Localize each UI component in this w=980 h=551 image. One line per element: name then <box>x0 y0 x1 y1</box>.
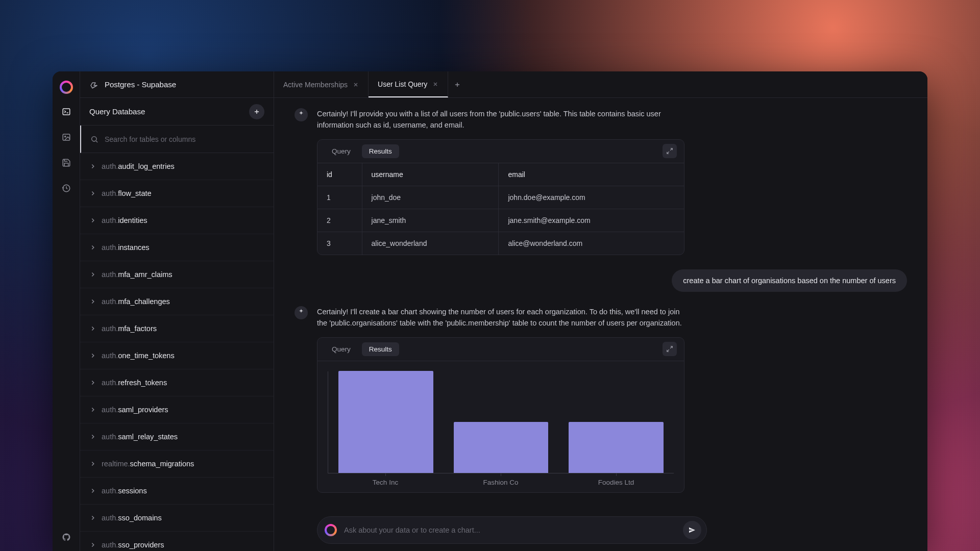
table-cell: 2 <box>317 209 362 232</box>
schema-prefix: auth. <box>102 541 118 549</box>
schema-prefix: auth. <box>102 487 118 495</box>
tree-item[interactable]: realtime.schema_migrations <box>80 450 274 478</box>
card-tab-query[interactable]: Query <box>325 342 358 356</box>
chat-area: Certainly! I'll provide you with a list … <box>274 98 927 551</box>
tree-item[interactable]: auth.mfa_factors <box>80 315 274 342</box>
app-window: Postgres - Supabase Query Database auth.… <box>53 71 927 551</box>
new-query-button[interactable] <box>249 104 264 119</box>
table-name: audit_log_entries <box>118 162 174 170</box>
chart-bar <box>569 422 664 473</box>
editor-tab[interactable]: Active Memberships <box>274 71 369 97</box>
table-name: instances <box>118 243 149 252</box>
tree-item[interactable]: auth.identities <box>80 207 274 234</box>
send-button[interactable] <box>683 521 701 539</box>
prompt-logo-icon <box>325 524 337 536</box>
table-name: mfa_challenges <box>118 297 170 306</box>
section-header: Query Database <box>80 98 274 126</box>
table-header: username <box>362 163 499 186</box>
main-panel: Active MembershipsUser List Query Certai… <box>274 71 927 551</box>
chevron-right-icon <box>89 406 96 413</box>
tree-item[interactable]: auth.mfa_challenges <box>80 288 274 315</box>
table-cell: john_doe <box>362 186 499 209</box>
table-tree: auth.audit_log_entriesauth.flow_stateaut… <box>80 153 274 551</box>
schema-prefix: auth. <box>102 216 118 224</box>
card-tab-query[interactable]: Query <box>325 144 358 158</box>
tree-item[interactable]: auth.saml_relay_states <box>80 423 274 450</box>
expand-button[interactable] <box>663 144 677 158</box>
tree-item[interactable]: auth.flow_state <box>80 180 274 207</box>
image-icon[interactable] <box>59 130 74 145</box>
user-message: create a bar chart of organisations base… <box>672 269 907 292</box>
table-cell: alice_wonderland <box>362 232 499 255</box>
expand-button[interactable] <box>663 342 677 356</box>
tree-item[interactable]: auth.one_time_tokens <box>80 342 274 369</box>
tree-item[interactable]: auth.sso_domains <box>80 505 274 532</box>
table-name: sessions <box>118 487 146 495</box>
table-name: sso_providers <box>118 541 164 549</box>
table-cell: alice@wonderland.com <box>499 232 684 255</box>
tree-item[interactable]: auth.mfa_amr_claims <box>80 261 274 288</box>
table-name: mfa_amr_claims <box>118 270 172 279</box>
assistant-message: Certainly! I'll create a bar chart showi… <box>274 306 927 507</box>
schema-prefix: auth. <box>102 270 118 279</box>
prompt-input[interactable] <box>344 526 676 534</box>
tab-label: User List Query <box>378 80 427 88</box>
schema-prefix: auth. <box>102 379 118 387</box>
card-tab-results[interactable]: Results <box>362 342 399 356</box>
chevron-right-icon <box>89 460 96 467</box>
tree-item[interactable]: auth.audit_log_entries <box>80 153 274 180</box>
chevron-right-icon <box>89 244 96 251</box>
tree-item[interactable]: auth.instances <box>80 234 274 261</box>
table-name: schema_migrations <box>130 460 194 468</box>
history-icon[interactable] <box>59 181 74 196</box>
chevron-right-icon <box>89 325 96 332</box>
new-tab-button[interactable] <box>448 71 467 97</box>
svg-rect-0 <box>63 109 70 115</box>
table-name: one_time_tokens <box>118 352 174 360</box>
result-card: Query Results idusernameemail1john_doejo… <box>317 139 684 255</box>
schema-prefix: auth. <box>102 162 118 170</box>
save-icon[interactable] <box>59 155 74 170</box>
tree-item[interactable]: auth.refresh_tokens <box>80 369 274 396</box>
card-tab-bar: Query Results <box>317 338 684 361</box>
editor-tab[interactable]: User List Query <box>369 71 448 97</box>
search-input[interactable] <box>105 135 264 143</box>
database-icon <box>89 80 99 89</box>
schema-prefix: realtime. <box>102 460 130 468</box>
table-row: 3alice_wonderlandalice@wonderland.com <box>317 232 684 255</box>
chevron-right-icon <box>89 433 96 440</box>
card-tab-results[interactable]: Results <box>362 144 399 158</box>
table-name: sso_domains <box>118 514 161 522</box>
chevron-right-icon <box>89 163 96 170</box>
table-row: 1john_doejohn.doe@example.com <box>317 186 684 209</box>
tree-item[interactable]: auth.saml_providers <box>80 396 274 423</box>
chart-bar <box>338 371 433 473</box>
terminal-icon[interactable] <box>59 104 74 119</box>
tree-item[interactable]: auth.sessions <box>80 478 274 505</box>
chevron-right-icon <box>89 379 96 386</box>
close-icon[interactable] <box>432 81 438 87</box>
search-icon <box>90 135 99 143</box>
tab-label: Active Memberships <box>283 81 348 89</box>
assistant-message: Certainly! I'll provide you with a list … <box>274 108 927 269</box>
chevron-right-icon <box>89 217 96 224</box>
chevron-right-icon <box>89 541 96 548</box>
table-cell: 3 <box>317 232 362 255</box>
tree-item[interactable]: auth.sso_providers <box>80 532 274 551</box>
schema-prefix: auth. <box>102 189 118 197</box>
section-title: Query Database <box>89 107 145 116</box>
github-icon[interactable] <box>59 530 74 545</box>
icon-rail <box>53 71 80 551</box>
results-table: idusernameemail1john_doejohn.doe@example… <box>317 163 684 255</box>
table-name: saml_providers <box>118 406 168 414</box>
table-header: id <box>317 163 362 186</box>
schema-prefix: auth. <box>102 433 118 441</box>
close-icon[interactable] <box>353 82 359 88</box>
bar-chart: Tech IncFashion CoFoodies Ltd <box>317 361 684 492</box>
sparkle-icon <box>298 110 305 119</box>
table-cell: john.doe@example.com <box>499 186 684 209</box>
chevron-right-icon <box>89 352 96 359</box>
chevron-right-icon <box>89 190 96 197</box>
user-message-row: create a bar chart of organisations base… <box>274 269 927 306</box>
result-card: Query Results Tech IncFashion CoFoodies … <box>317 337 684 493</box>
